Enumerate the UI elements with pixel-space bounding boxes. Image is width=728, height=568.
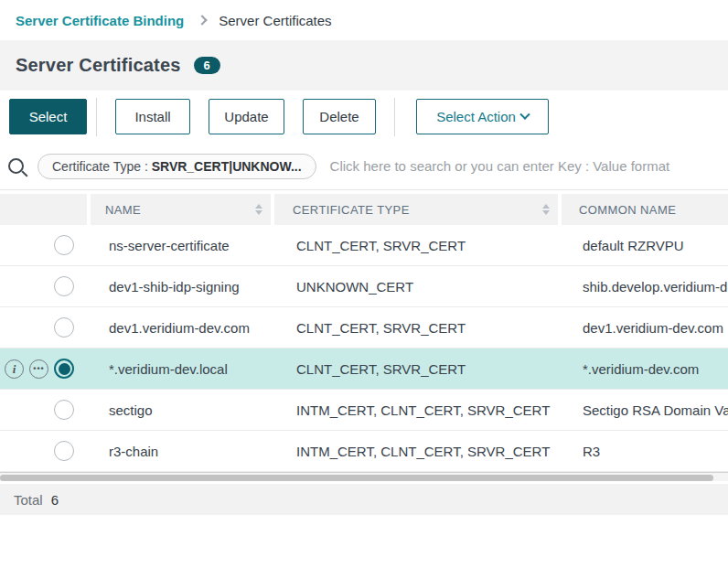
column-label-certificate-type: CERTIFICATE TYPE [293, 203, 410, 217]
total-label: Total [14, 492, 43, 508]
row-radio-button[interactable] [54, 441, 74, 461]
count-badge: 6 [194, 57, 220, 74]
table-row[interactable]: i ••• sectigo INTM_CERT, CLNT_CERT, SRVR… [0, 390, 728, 431]
cell-common-name: R3 [562, 444, 728, 459]
cell-name: ns-server-certificate [91, 238, 274, 253]
toolbar-divider [96, 98, 97, 136]
certificates-table: NAME CERTIFICATE TYPE COMMON NAME i ••• … [0, 190, 728, 472]
cell-common-name: shib.develop.veridium-dev.com [562, 279, 728, 295]
cell-certificate-type: UNKNOWN_CERT [274, 279, 562, 295]
filter-chip-value: SRVR_CERT|UNKNOW... [152, 159, 302, 174]
row-hover-actions: i ••• [5, 359, 48, 379]
row-radio-button[interactable] [54, 359, 74, 379]
table-header-radio-column [0, 194, 87, 225]
cell-certificate-type: CLNT_CERT, SRVR_CERT [274, 320, 562, 336]
select-button[interactable]: Select [9, 99, 87, 134]
cell-certificate-type: INTM_CERT, CLNT_CERT, SRVR_CERT [274, 402, 562, 418]
breadcrumb-current: Server Certificates [219, 13, 331, 28]
table-header-row: NAME CERTIFICATE TYPE COMMON NAME [0, 194, 728, 225]
sort-icon[interactable] [255, 204, 262, 215]
cell-common-name: default RZRVPU [562, 238, 728, 253]
cell-name: r3-chain [91, 444, 274, 459]
search-bar[interactable]: Certificate Type : SRVR_CERT|UNKNOW... C… [0, 143, 728, 190]
cell-certificate-type: CLNT_CERT, SRVR_CERT [274, 238, 562, 253]
table-row[interactable]: i ••• dev1.veridium-dev.com CLNT_CERT, S… [0, 307, 728, 348]
breadcrumb: Server Certificate Binding Server Certif… [0, 0, 728, 40]
row-select-cell: i ••• [0, 225, 91, 265]
table-header-name[interactable]: NAME [91, 194, 271, 225]
table-row[interactable]: i ••• *.veridium-dev.local CLNT_CERT, SR… [0, 348, 728, 390]
breadcrumb-chevron-icon [198, 15, 208, 25]
cell-name: sectigo [91, 402, 274, 418]
cell-certificate-type: CLNT_CERT, SRVR_CERT [274, 361, 562, 377]
cell-name: dev1.veridium-dev.com [91, 320, 274, 336]
sort-icon[interactable] [542, 204, 550, 215]
breadcrumb-link-server-certificate-binding[interactable]: Server Certificate Binding [16, 13, 184, 28]
table-body: i ••• ns-server-certificate CLNT_CERT, S… [0, 225, 728, 472]
total-value: 6 [51, 492, 59, 508]
row-radio-button[interactable] [54, 400, 74, 420]
row-select-cell: i ••• [0, 307, 91, 348]
cell-common-name: dev1.veridium-dev.com [562, 320, 728, 336]
title-band: Server Certificates 6 [0, 40, 728, 91]
search-icon [8, 158, 24, 174]
cell-name: dev1-shib-idp-signing [91, 279, 274, 295]
row-select-cell: i ••• [0, 431, 91, 471]
toolbar-divider [394, 98, 395, 136]
search-placeholder: Click here to search or you can enter Ke… [330, 158, 670, 174]
delete-button[interactable]: Delete [303, 99, 376, 134]
table-header-common-name[interactable]: COMMON NAME [562, 194, 728, 225]
row-select-cell: i ••• [0, 348, 91, 389]
cell-certificate-type: INTM_CERT, CLNT_CERT, SRVR_CERT [274, 444, 562, 459]
select-action-dropdown[interactable]: Select Action [416, 99, 549, 134]
cell-common-name: Sectigo RSA Domain Validation Secure Ser… [562, 402, 728, 418]
row-radio-button[interactable] [54, 276, 74, 296]
horizontal-scrollbar [0, 472, 728, 481]
filter-chip[interactable]: Certificate Type : SRVR_CERT|UNKNOW... [37, 154, 316, 179]
row-select-cell: i ••• [0, 390, 91, 430]
column-label-name: NAME [105, 203, 141, 217]
toolbar: Select Install Update Delete Select Acti… [0, 91, 728, 143]
table-row[interactable]: i ••• ns-server-certificate CLNT_CERT, S… [0, 225, 728, 266]
ellipsis-icon[interactable]: ••• [29, 359, 48, 379]
filter-chip-key: Certificate Type : [52, 159, 152, 174]
cell-common-name: *.veridium-dev.com [562, 361, 728, 377]
update-button[interactable]: Update [209, 99, 284, 134]
row-select-cell: i ••• [0, 266, 91, 306]
horizontal-scrollbar-thumb[interactable] [0, 475, 713, 481]
select-action-label: Select Action [436, 109, 516, 124]
page-title: Server Certificates [16, 55, 181, 76]
install-button[interactable]: Install [115, 99, 190, 134]
info-icon[interactable]: i [5, 359, 24, 379]
chevron-down-icon [519, 109, 530, 119]
table-row[interactable]: i ••• dev1-shib-idp-signing UNKNOWN_CERT… [0, 266, 728, 307]
table-header-certificate-type[interactable]: CERTIFICATE TYPE [274, 194, 558, 225]
table-row[interactable]: i ••• r3-chain INTM_CERT, CLNT_CERT, SRV… [0, 431, 728, 472]
cell-name: *.veridium-dev.local [91, 361, 274, 377]
total-bar: Total 6 [0, 484, 728, 515]
column-label-common-name: COMMON NAME [579, 203, 676, 217]
row-radio-button[interactable] [54, 317, 74, 338]
row-radio-button[interactable] [54, 235, 74, 255]
